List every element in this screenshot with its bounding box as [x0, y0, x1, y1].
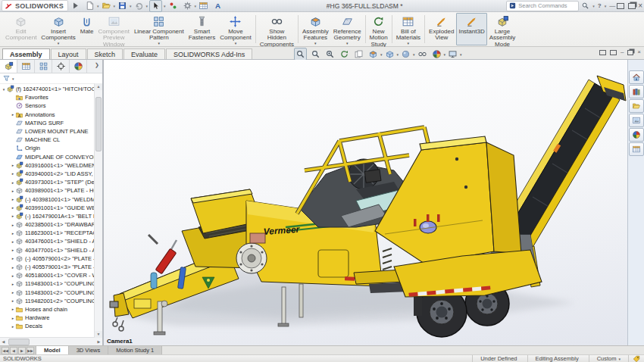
tab-assembly[interactable]: Assembly	[2, 48, 50, 59]
edit-component-button[interactable]: Edit Component	[3, 13, 39, 45]
graphics-viewport[interactable]: Vermeer HG365	[104, 60, 627, 345]
tree-item[interactable]: ▸ 402385001<1> "DRAWBAR,	[0, 220, 102, 229]
dimxpertmanager-tab[interactable]	[52, 60, 70, 73]
appearances-scenes-tab[interactable]	[629, 128, 644, 142]
custom-properties-tab[interactable]	[629, 142, 644, 156]
search-caret[interactable]: ▾	[592, 4, 595, 8]
dropdown-caret[interactable]: ▾	[460, 52, 462, 57]
tree-item[interactable]: MIDPLANE OF CONVEYOR	[0, 153, 102, 161]
tree-item[interactable]: ▸ 403991001<1> "GUIDE WEL	[0, 204, 102, 212]
tree-item[interactable]: ▸ 118623001<1> "RECEPTAC	[0, 229, 102, 237]
scroll-left-arrow[interactable]: ◀	[0, 339, 7, 344]
help-caret[interactable]: ▾	[605, 4, 607, 8]
tree-item[interactable]: ▸ 119483001<1> "COUPLING	[0, 279, 102, 288]
linear-component-pattern-button[interactable]: Linear Component Pattern ▾	[132, 13, 186, 45]
component-preview-window-button[interactable]: Component Preview Window	[96, 13, 132, 45]
bill-of-materials-button[interactable]: Bill of Materials ▾	[394, 13, 423, 45]
scrollbar-thumb[interactable]	[8, 339, 30, 345]
tree-item[interactable]: ▸ Hoses and chain	[0, 305, 102, 314]
machine-box-salmon[interactable]	[250, 233, 265, 243]
tree-item[interactable]: Sensors	[0, 101, 102, 110]
status-editing-assembly[interactable]: Editing Assembly	[527, 355, 589, 362]
maximize-button[interactable]	[617, 3, 624, 9]
minimize-button[interactable]: —	[609, 3, 614, 9]
tab-evaluate[interactable]: Evaluate	[123, 48, 165, 59]
filter-funnel-icon[interactable]	[2, 74, 11, 83]
propertymanager-tab[interactable]	[17, 60, 35, 73]
zoom-in-out-button[interactable]	[324, 48, 336, 60]
tab-layout[interactable]: Layout	[51, 48, 86, 59]
tree-item[interactable]: MACHINE CL	[0, 136, 102, 144]
tree-item[interactable]: ▸ Annotations	[0, 111, 102, 119]
tree-item[interactable]: ▾ (f) 162474001<1> "HITCH/TOO	[0, 85, 102, 93]
prev-tab-button[interactable]: ◀	[10, 347, 17, 354]
zoom-to-fit-button[interactable]	[294, 48, 307, 61]
next-tab-button[interactable]: ▶	[18, 347, 26, 354]
smart-fasteners-button[interactable]: Smart Fasteners	[186, 13, 218, 45]
selection-filter-button[interactable]	[167, 1, 179, 11]
machine-cylinder-cyan[interactable]	[151, 273, 157, 289]
previous-view-button[interactable]	[353, 48, 364, 60]
tree-item[interactable]: ▸ 119483001<2> "COUPLING	[0, 289, 102, 297]
3d-views-tab[interactable]: 3D Views	[69, 346, 109, 354]
scroll-down-arrow[interactable]: ▼	[95, 331, 102, 338]
first-tab-button[interactable]: ◀◀	[2, 347, 9, 354]
search-icon[interactable]	[581, 2, 589, 10]
dropdown-caret[interactable]: ▾	[97, 4, 99, 8]
scrollbar-thumb[interactable]	[95, 97, 102, 151]
tree-item[interactable]: ▸ 403989001<1> "PLATE - HO	[0, 186, 102, 195]
doc-prev-window-button[interactable]	[599, 50, 606, 55]
assembly-model-3d[interactable]: Vermeer HG365	[104, 60, 627, 345]
dropdown-caret[interactable]: ▾	[413, 52, 415, 57]
displaymanager-tab[interactable]	[70, 60, 87, 73]
dropdown-caret[interactable]: ▾	[195, 4, 197, 8]
filter-caret[interactable]: ▾	[12, 76, 14, 81]
view-settings-button[interactable]	[447, 48, 458, 60]
design-library-tab[interactable]	[629, 85, 644, 98]
tree-item[interactable]: ▸ 405180001<1> "COVER - W	[0, 271, 102, 279]
view-palette-tab[interactable]	[629, 114, 644, 127]
dropdown-caret[interactable]: ▾	[164, 4, 166, 8]
scroll-right-arrow[interactable]: ▶	[95, 339, 102, 344]
panel-tabs-overflow[interactable]: ❯	[93, 62, 101, 68]
status-under-defined[interactable]: Under Defined	[472, 355, 527, 362]
exploded-view-button[interactable]: Exploded View	[427, 13, 456, 45]
doc-next-window-button[interactable]	[610, 50, 617, 55]
flyout-expand[interactable]	[70, 1, 81, 11]
dropdown-caret[interactable]: ▾	[444, 52, 446, 57]
tree-item[interactable]: ▸ (-) 403981001<1> "WELDM	[0, 195, 102, 203]
hide-show-items-button[interactable]	[417, 48, 428, 60]
tab-sketch[interactable]: Sketch	[87, 48, 123, 59]
view-orientation-button[interactable]	[384, 48, 395, 60]
file-explorer-tab[interactable]	[629, 99, 644, 113]
machine-hydraulic-cylinder-red[interactable]	[155, 240, 177, 274]
file-properties-button[interactable]	[198, 1, 209, 11]
assembly-features-button[interactable]: Assembly Features ▾	[300, 13, 331, 45]
options-button[interactable]	[182, 1, 193, 11]
section-view-button[interactable]	[367, 48, 379, 60]
new-file-button[interactable]	[84, 1, 95, 11]
tree-item[interactable]: ▸ 403477001<1> "SHIELD - A	[0, 246, 102, 254]
dropdown-caret[interactable]: ▾	[130, 4, 132, 8]
tree-item[interactable]: MATING SURF	[0, 119, 102, 127]
tree-item[interactable]: ▸ Hardware	[0, 314, 102, 322]
tree-item[interactable]: ▸ 403476001<1> "SHIELD - A	[0, 237, 102, 245]
model-tab[interactable]: Model	[36, 346, 69, 354]
large-assembly-mode-button[interactable]: Large Assembly Mode	[487, 13, 518, 45]
move-component-button[interactable]: Move Component ▾	[217, 13, 253, 45]
edit-appearance-button[interactable]	[431, 48, 442, 60]
select-tool-button[interactable]	[149, 0, 162, 12]
help-button[interactable]: ?	[598, 3, 602, 9]
search-commands-input[interactable]: Search Commands	[506, 1, 579, 11]
save-button[interactable]	[117, 1, 128, 11]
reference-geometry-button[interactable]: Reference Geometry ▾	[331, 13, 364, 45]
featuremanager-tab[interactable]	[0, 60, 17, 73]
status-units[interactable]: Custom▾	[589, 355, 628, 362]
motion-study-1-tab[interactable]: Motion Study 1	[108, 346, 162, 354]
undo-button[interactable]	[133, 1, 145, 11]
tree-item[interactable]: ▸ Decals	[0, 322, 102, 330]
tag-indicator[interactable]	[628, 355, 644, 362]
tree-item[interactable]: ▸ 403973001<1> "STEP" (Def	[0, 178, 102, 186]
dropdown-caret[interactable]: ▾	[380, 52, 383, 57]
tree-item[interactable]: ▸ (-) 162479001A<1> "BELT F	[0, 212, 102, 220]
